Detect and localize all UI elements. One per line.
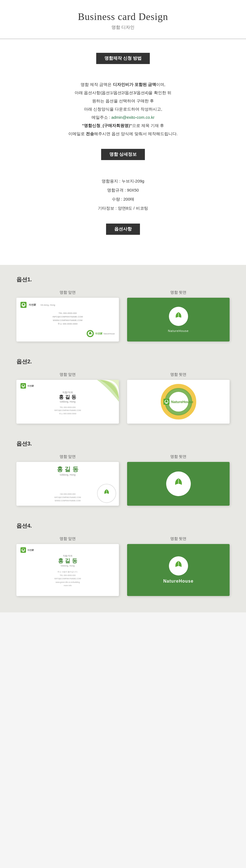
- opt2-back-brand-text: NatureHouse: [171, 400, 193, 404]
- page-header: Business card Design 명함 디자인: [0, 0, 246, 39]
- opt2-curve-svg: [83, 380, 119, 415]
- option-4-label: 옵션4.: [16, 522, 230, 529]
- opt4-info: 주소 내용이 들어갑니다. TEL 000-0000-000 INFO@COMP…: [21, 570, 115, 588]
- info-line-2: 아래 옵션사항(옵션1/옵션2/옵션3/옵션4)을 확인한 뒤: [22, 89, 224, 97]
- detail-line-3: 수량 : 200매: [22, 194, 224, 204]
- option-4-front-label: 명함 앞면: [16, 536, 119, 541]
- option-4-block: 옵션4. 명함 앞면 자연家 직함/직위: [16, 522, 230, 596]
- option-3-back-label: 명함 뒷면: [127, 454, 230, 459]
- opt1-logo-text: 자연家: [29, 303, 36, 307]
- opt2-logo-text: 자연家: [27, 384, 34, 388]
- opt2-back-logo: NatureHouse: [164, 399, 193, 405]
- info-line-7: 이메일로 전송해주시면 옵션 양식에 맞춰서 제작해드립니다.: [22, 130, 224, 138]
- opt4-logo-top: 자연家: [21, 547, 115, 553]
- opt1-person-name: Gil-dong, Hong: [40, 304, 55, 306]
- option-3-front-label: 명함 앞면: [16, 454, 119, 459]
- option-3-cards: 명함 앞면 홍 길 동 Gildong, Hong +82-000-0000-0…: [16, 454, 230, 506]
- opt1-brand-small: NatureHouse: [104, 333, 115, 335]
- option-1-back-card: NatureHouse: [127, 298, 230, 342]
- option-4-front-item: 명함 앞면 자연家 직함/직위 홍 길 동 G: [16, 536, 119, 596]
- opt4-name-kr: 홍 길 동: [21, 557, 115, 564]
- opt4-back-logo-circle: [169, 556, 188, 576]
- opt1-front-info: TEL 000-0000-000 INFO@COMPANYNAME.COM WW…: [21, 312, 115, 326]
- option-3-back-item: 명함 뒷면: [127, 454, 230, 506]
- opt1-logo-icon: [21, 302, 27, 308]
- option-2-label: 옵션2.: [16, 358, 230, 365]
- info-line-4: 아래 신청양식을 다운로드하여 작성하시고,: [22, 105, 224, 113]
- opt4-back-brand-text: NatureHouse: [163, 579, 194, 584]
- option-1-front-label: 명함 앞면: [16, 290, 119, 295]
- option-2-front-item: 명함 앞면: [16, 372, 119, 424]
- opt1-back-leaf-circle: [169, 307, 188, 326]
- opt4-back-leaf-icon: [172, 560, 185, 572]
- option-3-label: 옵션3.: [16, 440, 230, 447]
- option-2-back-item: 명함 뒷면 NatureHouse: [127, 372, 230, 424]
- option-2-front-label: 명함 앞면: [16, 372, 119, 377]
- info-line-6: "명함신청_(구매자회원명)"으로 제목 기재 후: [22, 122, 224, 130]
- opt2-logo-icon: [21, 383, 26, 389]
- opt3-circle-deco: [97, 484, 116, 503]
- opt2-back-logo-icon: [164, 399, 170, 405]
- option-1-front-card: 자연家 Gil-dong, Hong TEL 000-0000-000 INFO…: [16, 298, 119, 342]
- opt3-name-kr: 홍 길 동: [21, 465, 115, 473]
- detail-line-2: 명함규격 : 90X50: [22, 186, 224, 194]
- option-4-front-card: 자연家 직함/직위 홍 길 동 Gildong, Hong 주소 내용이 들어갑…: [16, 544, 119, 596]
- options-section: 옵션1. 명함 앞면 자연家 G: [0, 265, 246, 612]
- section3-header: 옵션사항: [106, 223, 140, 235]
- option-2-back-card: NatureHouse: [127, 380, 230, 424]
- detail-line-1: 명함용지 : 누브지-209g: [22, 177, 224, 186]
- section3-header-wrap: 옵션사항: [22, 223, 224, 243]
- option-2-back-label: 명함 뒷면: [127, 372, 230, 377]
- page-title: Business card Design: [5, 11, 241, 23]
- option-2-front-card: 자연家 직함/직위 홍 길 동 Gildong, Hong TEL 000-00…: [16, 380, 119, 424]
- option-3-front-card: 홍 길 동 Gildong, Hong +82-000-0000-000 INF…: [16, 462, 119, 506]
- option-1-block: 옵션1. 명함 앞면 자연家 G: [16, 276, 230, 342]
- opt1-front-top: 자연家 Gil-dong, Hong: [21, 302, 115, 308]
- option-1-label: 옵션1.: [16, 276, 230, 283]
- section2-info: 명함용지 : 누브지-209g 명함규격 : 90X50 수량 : 200매 기…: [22, 177, 224, 213]
- option-4-back-label: 명함 뒷면: [127, 536, 230, 541]
- option-1-front-item: 명함 앞면 자연家 Gil-dong, Hong: [16, 290, 119, 342]
- option-4-cards: 명함 앞면 자연家 직함/직위 홍 길 동 G: [16, 536, 230, 596]
- opt1-badge-icon: [86, 330, 94, 337]
- option-2-block: 옵션2. 명함 앞면: [16, 358, 230, 424]
- email-link[interactable]: admin@exito-com.co.kr: [111, 115, 154, 120]
- option-4-back-card: NatureHouse: [127, 544, 230, 596]
- option-1-back-label: 명함 뒷면: [127, 290, 230, 295]
- option-4-back-item: 명함 뒷면 NatureHouse: [127, 536, 230, 596]
- detail-line-4: 기타정보 : 양면8도 / 비코팅: [22, 204, 224, 213]
- opt4-name-en: Gildong, Hong: [21, 564, 115, 567]
- section2-header: 명함 상세정보: [101, 149, 145, 160]
- section2-header-wrap: 명함 상세정보: [22, 149, 224, 168]
- opt1-back-leaf-icon: [173, 311, 184, 322]
- section1-header-wrap: 명함제작 신청 방법: [22, 53, 224, 72]
- option-3-block: 옵션3. 명함 앞면 홍 길 동 Gildong, Hong +82-000-0…: [16, 440, 230, 506]
- opt4-logo-icon: [21, 547, 26, 553]
- option-3-front-item: 명함 앞면 홍 길 동 Gildong, Hong +82-000-0000-0…: [16, 454, 119, 506]
- opt3-back-leaf-icon: [171, 477, 185, 491]
- page-subtitle: 명함 디자인: [5, 25, 241, 30]
- option-1-cards: 명함 앞면 자연家 Gil-dong, Hong: [16, 290, 230, 342]
- option-2-cards: 명함 앞면: [16, 372, 230, 424]
- opt4-logo-text: 자연家: [27, 549, 34, 552]
- opt1-front-bottom: 자연家 NatureHouse: [21, 330, 115, 337]
- info-line-3: 원하는 옵션을 선택하여 구매한 후: [22, 97, 224, 105]
- info-line-1: 명함 제작 금액은 디자인비가 포함된 금액이며,: [22, 81, 224, 89]
- section1-info: 명함 제작 금액은 디자인비가 포함된 금액이며, 아래 옵션사항(옵션1/옵션…: [22, 81, 224, 138]
- opt3-back-white-circle: [166, 471, 191, 496]
- opt3-name-en: Gildong, Hong: [21, 473, 115, 476]
- opt1-back-brand: NatureHouse: [168, 329, 189, 333]
- opt3-leaf-icon: [101, 488, 112, 499]
- option-1-back-item: 명함 뒷면 NatureHouse: [127, 290, 230, 342]
- option-3-back-card: [127, 462, 230, 506]
- main-content: 명함제작 신청 방법 명함 제작 금액은 디자인비가 포함된 금액이며, 아래 …: [0, 39, 246, 265]
- info-line-5: 메일주소 : admin@exito-com.co.kr: [22, 113, 224, 122]
- opt1-badge-text: 자연家: [95, 332, 103, 336]
- opt4-title-text: 직함/직위: [21, 554, 115, 557]
- section1-header: 명함제작 신청 방법: [96, 53, 150, 64]
- opt3-name-wrap: 홍 길 동 Gildong, Hong: [21, 465, 115, 476]
